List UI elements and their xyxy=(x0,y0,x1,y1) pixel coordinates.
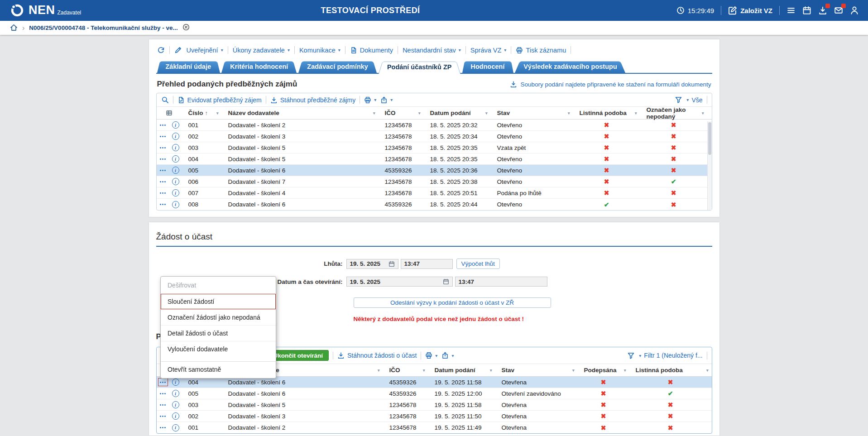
table-row[interactable]: i003Dodavatel - školení 51234567818. 5. … xyxy=(157,142,712,153)
table-row[interactable]: i002Dodavatel - školení 31234567819. 5. … xyxy=(157,411,712,422)
row-actions-icon[interactable] xyxy=(158,155,168,163)
print-grid-button[interactable]: ▾ xyxy=(364,96,376,104)
scrollbar-thumb[interactable] xyxy=(708,122,711,155)
column-header-stav[interactable]: Stav▾ xyxy=(495,364,578,376)
search-icon[interactable] xyxy=(161,96,169,104)
row-info-icon[interactable]: i xyxy=(172,133,179,140)
table-row[interactable]: i001Dodavatel - školení 21234567819. 5. … xyxy=(157,422,712,433)
print-grid-button[interactable]: ▾ xyxy=(425,352,437,359)
column-header-datum-podani[interactable]: Datum podání▾ xyxy=(424,107,491,119)
finish-opening-button[interactable]: Ukončit otevírání xyxy=(268,350,329,361)
table-row[interactable]: i001Dodavatel - školení 21234567818. 5. … xyxy=(157,120,712,131)
row-actions-icon[interactable] xyxy=(158,424,168,431)
column-filter-icon[interactable]: ▾ xyxy=(490,368,492,373)
record-menu-tisk-zaznamu[interactable]: Tisk záznamu xyxy=(516,47,566,54)
column-filter-icon[interactable]: ▾ xyxy=(706,368,709,373)
record-menu-komunikace[interactable]: Komunikace▾ xyxy=(299,47,340,54)
column-header-ico[interactable]: IČO▾ xyxy=(383,364,428,376)
column-filter-icon[interactable]: ▾ xyxy=(216,111,219,115)
record-menu-uverejneni[interactable]: Uveřejnění▾ xyxy=(187,47,223,54)
vertical-scrollbar[interactable] xyxy=(707,121,712,210)
column-filter-icon[interactable]: ▾ xyxy=(568,111,570,115)
tab-hodnoceni[interactable]: Hodnocení xyxy=(462,60,513,73)
row-actions-icon[interactable] xyxy=(158,189,168,196)
column-filter-icon[interactable]: ▾ xyxy=(635,111,637,115)
calendar-button[interactable] xyxy=(802,6,811,15)
context-menu-item-slouceni-zadosti[interactable]: Sloučení žádostí xyxy=(161,293,276,309)
table-row[interactable]: i003Dodavatel - školení 51234567819. 5. … xyxy=(157,399,712,411)
context-menu-item-detail-zadosti-o-ucast[interactable]: Detail žádosti o účast xyxy=(161,325,276,341)
edit-record-icon[interactable] xyxy=(174,46,182,54)
column-filter-icon[interactable]: ▾ xyxy=(624,368,626,373)
filter-icon[interactable] xyxy=(627,352,635,359)
row-actions-icon[interactable] xyxy=(158,401,168,408)
column-filter-icon[interactable]: ▾ xyxy=(373,111,375,115)
row-actions-icon[interactable] xyxy=(158,121,168,129)
record-menu-ukony-zadavatele[interactable]: Úkony zadavatele▾ xyxy=(233,47,290,54)
row-info-icon[interactable]: i xyxy=(172,144,179,151)
record-menu-dokumenty[interactable]: Dokumenty xyxy=(350,47,393,54)
user-profile-button[interactable] xyxy=(850,6,859,15)
context-menu-item-vylouceni-dodavatele[interactable]: Vyloučení dodavatele xyxy=(161,341,276,357)
app-brand[interactable]: NEN Zadavatel xyxy=(10,3,81,18)
download-note-link[interactable]: Soubory podání najdete připravené ke sta… xyxy=(510,81,711,88)
column-header-listinna-podoba[interactable]: Listinná podoba▾ xyxy=(629,364,712,376)
downloads-button[interactable] xyxy=(818,6,827,15)
tab-kriteria-hodnoceni[interactable]: Kritéria hodnocení xyxy=(221,60,297,73)
table-row[interactable]: i007Dodavatel - školení 41234567818. 5. … xyxy=(157,187,712,199)
row-actions-icon[interactable] xyxy=(158,178,168,185)
row-actions-icon[interactable] xyxy=(158,201,168,208)
tab-podani-ucastniku-zp[interactable]: Podání účastníků ZP xyxy=(379,60,460,74)
grid-settings-icon[interactable] xyxy=(157,107,182,119)
table-row[interactable]: i005Dodavatel - školení 64535932618. 5. … xyxy=(157,165,712,176)
column-header-cislo[interactable]: Číslo↑▾ xyxy=(182,107,222,119)
row-info-icon[interactable]: i xyxy=(172,379,179,386)
compute-deadlines-button[interactable]: Výpočet lhůt xyxy=(456,259,500,269)
messages-button[interactable] xyxy=(834,6,843,15)
row-info-icon[interactable]: i xyxy=(172,412,179,420)
column-filter-icon[interactable]: ▾ xyxy=(485,111,488,115)
column-filter-icon[interactable]: ▾ xyxy=(702,111,704,115)
tab-zakladni-udaje[interactable]: Základní údaje xyxy=(157,60,220,73)
column-header-datum-podani[interactable]: Datum podání▾ xyxy=(428,364,495,376)
row-actions-icon[interactable] xyxy=(158,167,168,174)
row-actions-icon[interactable] xyxy=(158,390,168,397)
row-info-icon[interactable]: i xyxy=(172,390,179,397)
tab-zadavaci-podminky[interactable]: Zadávací podmínky xyxy=(298,60,377,73)
context-menu-item-desifrovat[interactable]: Dešifrovat xyxy=(161,278,276,293)
column-filter-icon[interactable]: ▾ xyxy=(418,111,421,115)
column-header-listinna-podoba[interactable]: Listinná podoba▾ xyxy=(573,107,640,119)
table-row[interactable]: i005Dodavatel - školení 64535932619. 5. … xyxy=(157,388,712,399)
send-call-button[interactable]: Odeslání výzvy k podání žádosti o účast … xyxy=(354,297,551,308)
breadcrumb-record-link[interactable]: N006/25/V00004748 - Telekomunikační služ… xyxy=(29,24,177,31)
main-menu-button[interactable] xyxy=(786,6,796,15)
row-actions-icon[interactable] xyxy=(158,133,168,140)
row-actions-icon[interactable] xyxy=(158,412,168,420)
column-header-podepsana[interactable]: Podepsána▾ xyxy=(578,364,629,376)
filter-preset-select[interactable]: ▾ Filtr 1 (Neuložený f... xyxy=(639,352,702,359)
row-actions-icon[interactable] xyxy=(158,144,168,151)
download-prelim-interest-button[interactable]: Stáhnout předběžné zájmy xyxy=(270,96,356,104)
column-filter-icon[interactable]: ▾ xyxy=(378,368,380,373)
tab-vysledek-zadavaciho-postupu[interactable]: Výsledek zadávacího postupu xyxy=(515,60,625,73)
opening-date-field[interactable]: 19. 5. 2025 xyxy=(346,277,453,287)
export-grid-button[interactable]: ▾ xyxy=(380,96,393,104)
opening-time-field[interactable]: 13:47 xyxy=(455,277,547,287)
export-grid-button[interactable]: ▾ xyxy=(441,352,454,359)
row-info-icon[interactable]: i xyxy=(172,201,179,208)
context-menu-item-otevrit-samostatne[interactable]: Otevřít samostatně xyxy=(161,361,276,377)
row-info-icon[interactable]: i xyxy=(172,401,179,408)
record-menu-nestandardni-stav[interactable]: Nestandardní stav▾ xyxy=(403,47,461,54)
download-requests-button[interactable]: Stáhnout žádosti o účast xyxy=(337,352,417,359)
table-row[interactable]: i008Dodavatel - školení 64535932618. 5. … xyxy=(157,199,712,210)
row-info-icon[interactable]: i xyxy=(172,121,179,129)
deadline-time-field[interactable]: 13:47 xyxy=(401,259,453,269)
row-info-icon[interactable]: i xyxy=(172,178,179,185)
table-row[interactable]: i002Dodavatel - školení 31234567818. 5. … xyxy=(157,131,712,142)
row-info-icon[interactable]: i xyxy=(172,167,179,174)
register-prelim-interest-button[interactable]: Evidovat předběžný zájem xyxy=(177,96,262,104)
row-actions-icon[interactable] xyxy=(158,379,168,386)
column-header-nazev-dodavatele[interactable]: Název dodavatele▾ xyxy=(222,107,379,119)
column-header-stav[interactable]: Stav▾ xyxy=(491,107,573,119)
filter-preset-select[interactable]: ▾ Vše xyxy=(686,96,702,104)
